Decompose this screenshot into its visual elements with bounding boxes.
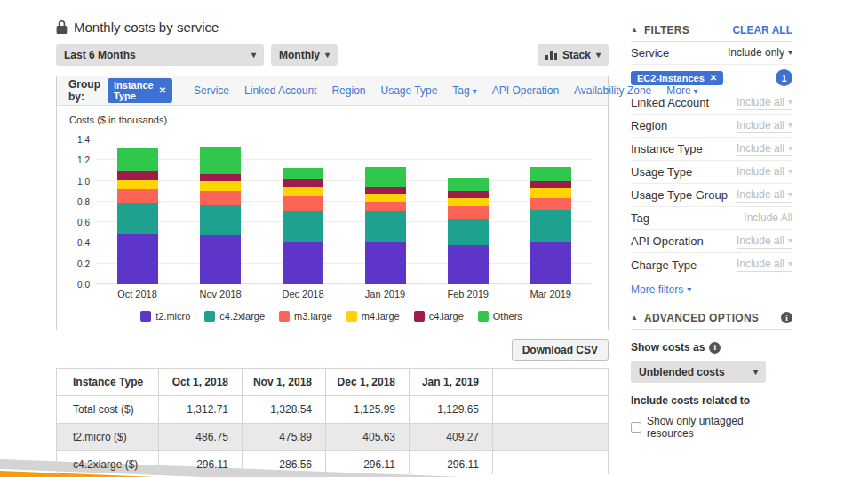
service-filter-tag[interactable]: EC2-Instances✕ (631, 71, 723, 85)
y-tick-label: 0.4 (77, 238, 90, 248)
filter-value-dropdown[interactable]: Include all▾ (737, 142, 792, 156)
bar-segment-m4.large[interactable] (283, 187, 323, 197)
table-cell-value: 286.56 (243, 451, 326, 475)
chart-style-dropdown[interactable]: Stack ▾ (538, 44, 609, 66)
bar-segment-Others[interactable] (448, 178, 489, 191)
filter-value-dropdown[interactable]: Include all▾ (737, 258, 792, 272)
group-by-option-region[interactable]: Region (331, 84, 365, 97)
bar-segment-Others[interactable] (200, 147, 241, 174)
filters-header: ▲ FILTERS CLEAR ALL (631, 22, 792, 42)
group-by-option-api-operation[interactable]: API Operation (492, 84, 559, 97)
bar-segment-c4.2xlarge[interactable] (365, 211, 406, 242)
legend-item-m4.large[interactable]: m4.large (346, 311, 400, 322)
bar-segment-c4.2xlarge[interactable] (200, 205, 241, 235)
legend-item-c4.large[interactable]: c4.large (414, 311, 464, 322)
bar-segment-t2.micro[interactable] (365, 242, 406, 284)
cost-type-dropdown[interactable]: Unblended costs ▾ (631, 361, 766, 383)
filter-value-dropdown[interactable]: Include all▾ (737, 165, 792, 179)
bar-segment-m4.large[interactable] (117, 180, 158, 188)
table-row: t2.micro ($)486.75475.89405.63409.27 (57, 424, 609, 451)
close-icon[interactable]: ✕ (710, 74, 717, 83)
group-by-active-tag[interactable]: Instance Type ✕ (108, 78, 172, 103)
stacked-bar-feb-2019[interactable] (448, 178, 489, 284)
stacked-bar-oct-2018[interactable] (117, 148, 158, 284)
table-row: Total cost ($)1,312.711,328.541,125.991,… (57, 396, 609, 424)
filter-label: Tag (631, 211, 649, 225)
stacked-bar-mar-2019[interactable] (530, 167, 571, 284)
group-by-option-tag[interactable]: Tag▾ (452, 84, 476, 97)
filter-row-usage-type: Usage TypeInclude all▾ (631, 161, 792, 184)
bar-segment-c4.2xlarge[interactable] (448, 219, 489, 246)
group-by-bar: Group by: Instance Type ✕ ServiceLinked … (57, 76, 608, 106)
download-csv-button[interactable]: Download CSV (512, 339, 609, 361)
bar-segment-t2.micro[interactable] (283, 242, 323, 284)
group-by-links: ServiceLinked AccountRegionUsage TypeTag… (194, 84, 698, 97)
bar-segment-m3.large[interactable] (365, 202, 406, 211)
info-icon[interactable]: i (781, 312, 792, 323)
bar-segment-c4.large[interactable] (283, 179, 323, 187)
bar-segment-m4.large[interactable] (448, 198, 489, 206)
bar-segment-c4.large[interactable] (448, 191, 489, 198)
bar-segment-m4.large[interactable] (365, 194, 406, 202)
group-by-option-linked-account[interactable]: Linked Account (244, 84, 316, 97)
stacked-bar-nov-2018[interactable] (200, 147, 241, 284)
filter-value-dropdown[interactable]: Include all▾ (737, 188, 792, 203)
more-filters-link[interactable]: More filters ▾ (631, 276, 792, 303)
date-range-dropdown[interactable]: Last 6 Months ▾ (56, 44, 264, 66)
table-header-row: Instance TypeOct 1, 2018Nov 1, 2018Dec 1… (57, 369, 609, 396)
bars-layer (96, 139, 592, 284)
bar-segment-m4.large[interactable] (200, 181, 241, 191)
bar-segment-c4.large[interactable] (200, 174, 241, 181)
collapse-triangle-icon[interactable]: ▲ (631, 26, 638, 34)
table-cell-value: 409.27 (410, 424, 493, 451)
bar-segment-m3.large[interactable] (117, 189, 158, 203)
bar-segment-c4.large[interactable] (117, 171, 158, 181)
filter-value-dropdown[interactable]: Include all▾ (737, 235, 792, 249)
bar-segment-m4.large[interactable] (530, 188, 571, 198)
untagged-resources-checkbox[interactable] (631, 422, 641, 433)
chart-controls-row: Last 6 Months ▾ Monthly ▾ Stack ▾ (56, 44, 609, 66)
bar-segment-t2.micro[interactable] (448, 245, 489, 284)
granularity-dropdown[interactable]: Monthly ▾ (271, 44, 338, 66)
legend-item-Others[interactable]: Others (478, 311, 522, 322)
filter-value-dropdown[interactable]: Include All (744, 211, 792, 225)
bar-segment-t2.micro[interactable] (117, 234, 158, 284)
bar-segment-Others[interactable] (530, 167, 571, 180)
group-by-option-service[interactable]: Service (194, 84, 229, 97)
bar-segment-Others[interactable] (283, 168, 323, 179)
legend-item-c4.2xlarge[interactable]: c4.2xlarge (204, 311, 265, 322)
bar-segment-m3.large[interactable] (448, 206, 489, 219)
filter-row-tag: TagInclude All (631, 207, 792, 230)
bar-segment-m3.large[interactable] (283, 196, 323, 211)
bar-segment-m3.large[interactable] (200, 191, 241, 205)
close-icon[interactable]: ✕ (159, 86, 166, 95)
bar-segment-t2.micro[interactable] (200, 235, 241, 284)
bar-segment-t2.micro[interactable] (530, 242, 571, 284)
stacked-bar-dec-2018[interactable] (283, 168, 323, 284)
info-icon[interactable]: i (709, 342, 721, 354)
table-cell-value: 296.11 (326, 451, 410, 475)
bar-segment-c4.large[interactable] (365, 187, 406, 194)
bar-segment-Others[interactable] (117, 148, 158, 170)
bar-segment-c4.2xlarge[interactable] (117, 203, 158, 235)
more-filters-label: More filters (631, 283, 683, 296)
bar-segment-m3.large[interactable] (530, 198, 571, 210)
filter-label: Linked Account (631, 96, 709, 109)
stacked-bar-jan-2019[interactable] (365, 167, 406, 284)
filter-value-text: Include all (737, 119, 784, 131)
group-by-option-usage-type[interactable]: Usage Type (380, 84, 437, 97)
filter-value-dropdown[interactable]: Include only▾ (728, 46, 792, 60)
legend-item-t2.micro[interactable]: t2.micro (140, 311, 190, 322)
filter-value-text: Include all (737, 235, 784, 247)
caret-down-icon: ▾ (251, 51, 256, 60)
bar-segment-c4.large[interactable] (530, 181, 571, 188)
legend-swatch (204, 311, 215, 322)
bar-segment-Others[interactable] (365, 167, 406, 187)
clear-all-link[interactable]: CLEAR ALL (732, 24, 792, 36)
bar-segment-c4.2xlarge[interactable] (283, 211, 323, 242)
filter-value-dropdown[interactable]: Include all▾ (737, 119, 792, 133)
filter-value-dropdown[interactable]: Include all▾ (737, 96, 792, 110)
collapse-triangle-icon[interactable]: ▲ (631, 314, 638, 322)
bar-segment-c4.2xlarge[interactable] (530, 210, 571, 242)
legend-item-m3.large[interactable]: m3.large (279, 311, 332, 322)
